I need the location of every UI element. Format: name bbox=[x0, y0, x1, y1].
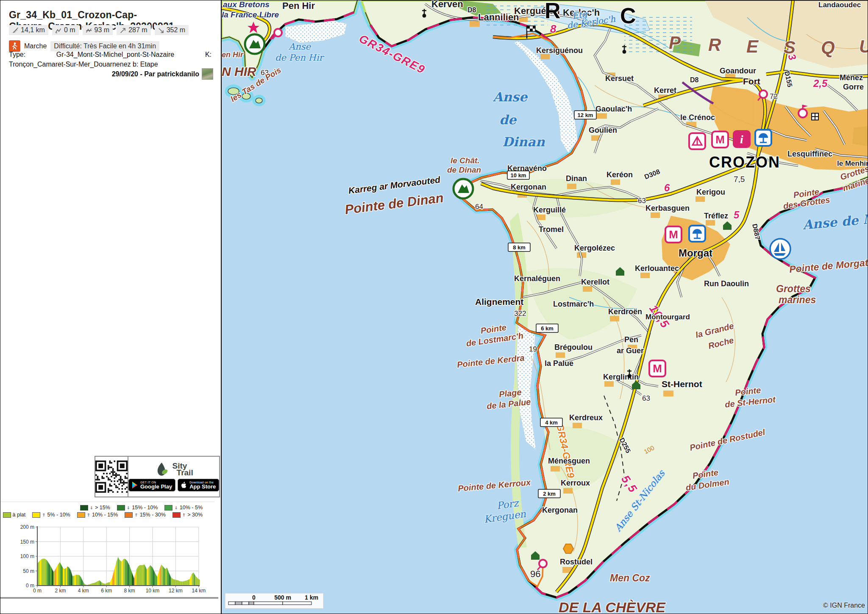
map-label: Goandour bbox=[720, 67, 756, 75]
map-label: Goulien bbox=[589, 126, 617, 134]
legend-label: 5% - 10% bbox=[47, 512, 70, 518]
profile-segment bbox=[173, 579, 175, 586]
y-axis-tick: 50 m bbox=[23, 568, 34, 574]
byline-row: 29/09/20 - Par patrickdanilo bbox=[112, 68, 213, 80]
profile-segment bbox=[83, 581, 84, 586]
profile-segment bbox=[92, 583, 95, 586]
km-marker: 6 km bbox=[536, 324, 558, 332]
x-axis-tick: 8 km bbox=[124, 588, 135, 594]
map-label: Men Coz bbox=[610, 572, 650, 583]
x-axis-tick: 12 km bbox=[169, 588, 183, 594]
profile-segment bbox=[55, 567, 56, 586]
map-label: Kerellot bbox=[581, 278, 609, 286]
viewpoint-icon bbox=[453, 179, 473, 198]
profile-segment bbox=[81, 578, 83, 586]
profile-segment bbox=[194, 572, 195, 586]
qr-code bbox=[95, 457, 128, 497]
map-label: Ménez bbox=[840, 73, 863, 82]
map-label: 19 bbox=[529, 345, 537, 353]
map-label: Kersiguénou bbox=[536, 46, 583, 55]
legend-swatch bbox=[77, 512, 85, 518]
legend-swatch bbox=[172, 512, 181, 518]
map-label: Kernaléguen bbox=[514, 274, 560, 283]
sidebar: Gr_34_Kb_01_Crozon-Cap-Chevre_Crozon-Ker… bbox=[0, 0, 221, 614]
brand-bottom: Trail bbox=[177, 469, 193, 476]
map-label: Montourgard bbox=[645, 313, 690, 321]
stat-chip: 352 m bbox=[155, 25, 189, 35]
map-label: Kergolézec bbox=[574, 244, 615, 252]
sailing-icon bbox=[770, 239, 790, 259]
trail-page: Gr_34_Kb_01_Crozon-Cap-Chevre_Crozon-Ker… bbox=[0, 0, 868, 614]
profile-segment bbox=[180, 581, 182, 586]
map-label: Morgat bbox=[679, 247, 712, 259]
map-label: DE LA CHÈVRE bbox=[559, 599, 666, 614]
profile-segment bbox=[101, 582, 103, 586]
townsq-icon bbox=[812, 113, 818, 120]
map-label: Pen bbox=[624, 335, 638, 344]
descent-icon bbox=[158, 27, 164, 33]
profile-segment bbox=[135, 569, 136, 586]
profile-segment bbox=[72, 576, 74, 586]
profile-segment bbox=[119, 559, 121, 586]
map-label: Lostmarc'h bbox=[553, 300, 594, 308]
scale-mid: 500 m bbox=[274, 594, 291, 601]
legend-swatch bbox=[80, 505, 88, 511]
svg-text:4 km: 4 km bbox=[545, 419, 558, 426]
legend-label: à plat bbox=[13, 512, 26, 518]
profile-segment bbox=[159, 564, 161, 586]
map-label: P bbox=[669, 33, 681, 53]
legend-item: à plat bbox=[3, 512, 26, 518]
legend-item: ⇑15% - 30% bbox=[125, 512, 166, 518]
map-label: Gaoulac'h bbox=[595, 105, 632, 113]
map-label: Gorre bbox=[843, 83, 864, 91]
profile-segment bbox=[153, 567, 155, 586]
svg-text:M: M bbox=[669, 228, 678, 241]
scale-zero: 0 bbox=[252, 594, 256, 601]
map-label: 64 bbox=[475, 203, 483, 211]
x-axis-tick: 0 m bbox=[33, 588, 42, 594]
profile-segment bbox=[123, 559, 125, 586]
map-label: Q bbox=[821, 37, 835, 58]
profile-segment bbox=[145, 564, 147, 586]
svg-text:6 km: 6 km bbox=[541, 325, 554, 332]
map-label: Kerbasguen bbox=[645, 204, 690, 212]
svg-text:10 km: 10 km bbox=[511, 172, 526, 179]
profile-segment bbox=[64, 568, 66, 586]
map-label: 96 bbox=[530, 569, 540, 579]
profile-segment bbox=[175, 580, 178, 586]
profile-segment bbox=[178, 581, 180, 586]
app-store-badge[interactable]: Download on theApp Store bbox=[178, 479, 219, 491]
profile-segment bbox=[150, 565, 153, 586]
map-label: 63 bbox=[638, 197, 646, 205]
profile-segment bbox=[48, 562, 50, 586]
profile-segment bbox=[118, 557, 119, 586]
stat-value: 93 m bbox=[95, 26, 110, 34]
profile-segment bbox=[198, 578, 200, 586]
map-scale-bar: 0 500 m 1 km bbox=[225, 593, 323, 608]
profile-segment bbox=[74, 575, 76, 586]
profile-segment bbox=[97, 581, 99, 586]
museum-icon: M bbox=[665, 226, 682, 243]
svg-text:2 km: 2 km bbox=[543, 491, 556, 497]
map-label: en Hir bbox=[222, 50, 244, 59]
stat-chip: 93 m bbox=[83, 25, 113, 35]
map-label: D8 bbox=[467, 6, 476, 14]
map-label: Lannilien bbox=[478, 12, 519, 22]
x-axis-tick: 10 km bbox=[146, 588, 160, 594]
map-label: Tromel bbox=[539, 225, 564, 234]
profile-segment bbox=[157, 569, 159, 586]
map-label: C bbox=[620, 3, 636, 28]
map-canvas[interactable]: aux Bretonsla France LibrePen HirKervenD… bbox=[221, 0, 868, 614]
profile-segment bbox=[110, 578, 112, 586]
profile-segment bbox=[50, 565, 52, 586]
profile-segment bbox=[56, 564, 58, 586]
google-play-badge[interactable]: GET IT ONGoogle Play bbox=[128, 479, 175, 491]
profile-segment bbox=[192, 572, 193, 586]
legend-swatch bbox=[32, 512, 40, 518]
stat-value: 14,1 km bbox=[21, 26, 45, 34]
profile-segment bbox=[43, 559, 45, 586]
profile-segment bbox=[61, 565, 63, 586]
profile-segment bbox=[169, 572, 171, 586]
map-label: Kergonan bbox=[511, 183, 546, 191]
stat-chip: 287 m bbox=[117, 25, 150, 35]
